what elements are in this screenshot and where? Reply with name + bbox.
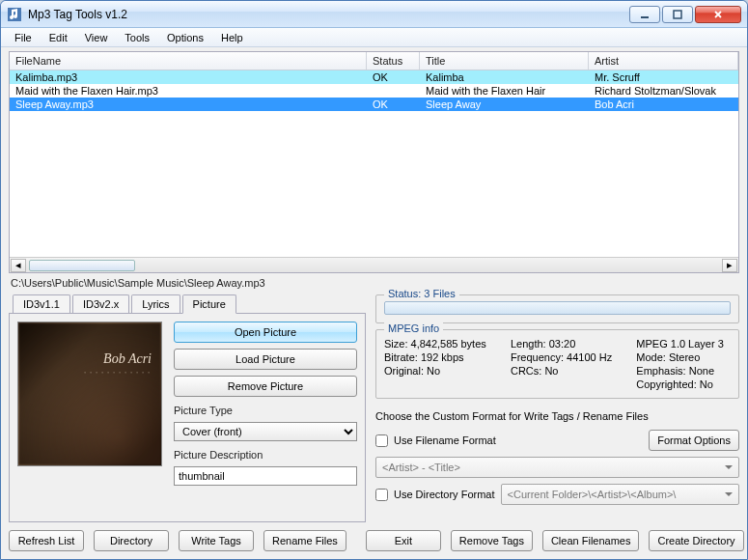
status-group: Status: 3 Files [375, 294, 739, 323]
mpeg-original: Original: No [384, 365, 493, 377]
cell-filename: Kalimba.mp3 [10, 70, 367, 84]
col-artist[interactable]: Artist [589, 52, 738, 70]
remove-tags-button[interactable]: Remove Tags [451, 530, 533, 551]
clean-filenames-button[interactable]: Clean Filenames [542, 530, 640, 551]
window-title: Mp3 Tag Tools v1.2 [28, 8, 629, 21]
app-icon [7, 7, 22, 22]
create-directory-button[interactable]: Create Directory [649, 530, 743, 551]
mpeg-emphasis: Emphasis: None [636, 365, 731, 377]
album-art: Bob Acri ・・・・・・・・・・・・ [17, 322, 162, 466]
minimize-button[interactable] [629, 6, 660, 23]
mpeg-mode: Mode: Stereo [636, 351, 731, 363]
mpeg-copyright: Copyrighted: No [636, 378, 731, 390]
scroll-right-icon[interactable]: ▸ [722, 259, 737, 272]
mpeg-size: Size: 4,842,585 bytes [384, 338, 493, 350]
refresh-list-button[interactable]: Refresh List [9, 530, 84, 551]
mpeg-freq: Frequency: 44100 Hz [511, 351, 619, 363]
col-title[interactable]: Title [420, 52, 589, 70]
table-row[interactable]: Sleep Away.mp3OKSleep AwayBob Acri [10, 98, 738, 111]
svg-rect-2 [674, 11, 681, 18]
use-filename-checkbox[interactable] [375, 434, 388, 447]
tab-picture[interactable]: Picture [182, 294, 236, 314]
tab-body-picture: Bob Acri ・・・・・・・・・・・・ Open Picture Load … [9, 313, 366, 522]
mpeg-crcs: CRCs: No [511, 365, 619, 377]
table-row[interactable]: Kalimba.mp3OKKalimbaMr. Scruff [10, 70, 738, 84]
scroll-thumb[interactable] [29, 260, 135, 271]
hscrollbar[interactable]: ◂ ▸ [10, 257, 738, 272]
current-path: C:\Users\Public\Music\Sample Music\Sleep… [9, 273, 739, 294]
mpeg-bitrate: Bitrate: 192 kbps [384, 351, 493, 363]
menu-options[interactable]: Options [159, 30, 211, 45]
bottom-button-row: Refresh List Directory Write Tags Rename… [9, 530, 739, 551]
status-legend: Status: 3 Files [384, 288, 459, 299]
exit-button[interactable]: Exit [366, 530, 441, 551]
cell-filename: Maid with the Flaxen Hair.mp3 [10, 84, 367, 98]
menu-tools[interactable]: Tools [117, 30, 157, 45]
svg-rect-1 [641, 16, 649, 18]
cell-status: OK [367, 70, 420, 84]
cell-title: Kalimba [420, 70, 589, 84]
mpeg-info-group: MPEG info Size: 4,842,585 bytes Length: … [375, 329, 739, 399]
picture-desc-input[interactable] [174, 466, 357, 486]
rename-files-button[interactable]: Rename Files [263, 530, 346, 551]
use-filename-label: Use Filename Format [394, 434, 643, 446]
write-tags-button[interactable]: Write Tags [179, 530, 254, 551]
custom-format-label: Choose the Custom Format for Write Tags … [375, 410, 739, 422]
col-filename[interactable]: FileName [10, 52, 367, 70]
menu-file[interactable]: File [7, 30, 40, 45]
picture-type-label: Picture Type [174, 405, 357, 416]
mpeg-layer: MPEG 1.0 Layer 3 [636, 338, 731, 350]
cell-title: Maid with the Flaxen Hair [420, 84, 589, 98]
maximize-button[interactable] [662, 6, 693, 23]
picture-desc-label: Picture Description [174, 449, 357, 461]
album-art-artist: Bob Acri [103, 351, 152, 367]
directory-button[interactable]: Directory [94, 530, 169, 551]
filename-format-combo[interactable]: <Artist> - <Title> [375, 457, 739, 478]
cell-status [367, 84, 420, 98]
table-row[interactable]: Maid with the Flaxen Hair.mp3Maid with t… [10, 84, 738, 98]
load-picture-button[interactable]: Load Picture [174, 349, 357, 370]
scroll-left-icon[interactable]: ◂ [11, 259, 26, 272]
file-list-body[interactable]: Kalimba.mp3OKKalimbaMr. ScruffMaid with … [10, 70, 738, 257]
format-options-button[interactable]: Format Options [649, 430, 739, 451]
tab-lyrics[interactable]: Lyrics [131, 294, 180, 314]
open-picture-button[interactable]: Open Picture [174, 322, 357, 343]
mpeg-legend: MPEG info [384, 322, 443, 334]
menubar: File Edit View Tools Options Help [1, 28, 747, 47]
remove-picture-button[interactable]: Remove Picture [174, 376, 357, 397]
col-status[interactable]: Status [367, 52, 420, 70]
use-directory-label: Use Directory Format [394, 489, 495, 500]
cell-artist: Bob Acri [589, 98, 738, 111]
tag-tabs: ID3v1.1 ID3v2.x Lyrics Picture [9, 294, 366, 314]
mpeg-length: Length: 03:20 [511, 338, 619, 350]
menu-edit[interactable]: Edit [42, 30, 75, 45]
directory-format-combo[interactable]: <Current Folder>\<Artist>\<Album>\ [501, 484, 739, 505]
file-list: FileName Status Title Artist Kalimba.mp3… [9, 51, 739, 273]
cell-artist: Richard Stoltzman/Slovak [589, 84, 738, 98]
tab-id3v2x[interactable]: ID3v2.x [72, 294, 129, 314]
cell-filename: Sleep Away.mp3 [10, 98, 367, 111]
file-list-header: FileName Status Title Artist [10, 52, 738, 70]
menu-view[interactable]: View [77, 30, 116, 45]
titlebar[interactable]: Mp3 Tag Tools v1.2 [1, 1, 747, 28]
app-window: Mp3 Tag Tools v1.2 File Edit View Tools … [0, 0, 748, 560]
cell-title: Sleep Away [420, 98, 589, 111]
tab-id3v11[interactable]: ID3v1.1 [13, 294, 70, 314]
cell-status: OK [367, 98, 420, 111]
use-directory-checkbox[interactable] [375, 489, 388, 501]
menu-help[interactable]: Help [213, 30, 251, 45]
cell-artist: Mr. Scruff [589, 70, 738, 84]
status-progress [384, 301, 731, 315]
close-button[interactable] [695, 6, 741, 23]
picture-type-select[interactable]: Cover (front) [174, 422, 357, 441]
